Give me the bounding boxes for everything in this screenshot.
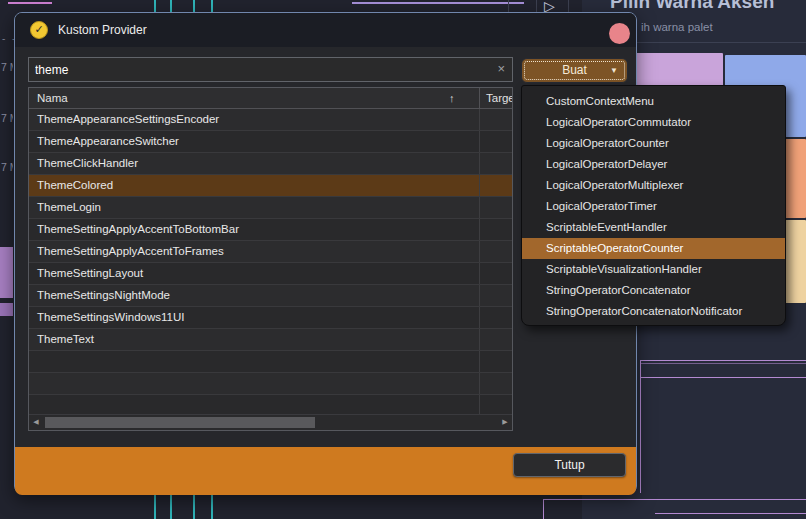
chevron-down-icon: ▼ [610,59,618,82]
row-target-cell [479,351,512,372]
create-button[interactable]: Buat ▼ [521,58,628,83]
menu-item[interactable]: ScriptableOperatorCounter [522,238,785,259]
timeline-marker [154,0,156,12]
table-row[interactable]: ThemeSettingApplyAccentToFrames [29,241,512,263]
row-name-cell: ThemeLogin [29,197,479,218]
provider-table: Nama ↑ Target ThemeAppearanceSettingsEnc… [28,87,513,431]
row-name-cell: ThemeSettingsNightMode [29,285,479,306]
row-name-cell [29,373,479,394]
table-row[interactable]: ThemeSettingApplyAccentToBottomBar [29,219,512,241]
menu-item[interactable]: LogicalOperatorMultiplexer [522,175,785,196]
menu-item[interactable]: LogicalOperatorCounter [522,133,785,154]
table-header: Nama ↑ Target [29,88,512,109]
accent-heading: Pilih Warna Aksen [610,0,806,13]
panel-divider [637,42,806,43]
row-name-cell [29,395,479,415]
row-target-cell [479,175,512,196]
scroll-right-icon[interactable]: ▶ [498,415,512,429]
tutup-button[interactable]: Tutup [513,453,626,477]
track-segment-purple [352,2,524,4]
table-row[interactable]: ThemeSettingsWindows11UI [29,307,512,329]
row-target-cell [479,307,512,328]
timeline-marker [193,494,195,519]
row-name-cell: ThemeSettingsWindows11UI [29,307,479,328]
scrollbar-thumb[interactable] [45,417,315,428]
create-button-label: Buat [562,63,587,77]
panel-outline-line [655,513,806,514]
column-header-target[interactable]: Target [479,88,512,108]
track-segment-pink [8,2,52,4]
table-row[interactable]: ThemeLogin [29,197,512,219]
table-body: ThemeAppearanceSettingsEncoderThemeAppea… [29,109,512,415]
row-name-cell: ThemeAppearanceSettingsEncoder [29,109,479,130]
track-label: 7 M [1,161,13,173]
timeline-marker [211,494,213,519]
menu-item[interactable]: CustomContextMenu [522,91,785,112]
row-target-cell [479,109,512,130]
row-target-cell [479,219,512,240]
menu-item[interactable]: LogicalOperatorTimer [522,196,785,217]
app-logo-icon: ✓ [30,21,48,39]
row-name-cell [29,351,479,372]
sort-ascending-icon: ↑ [449,88,455,108]
panel-outline-line [640,363,806,364]
row-target-cell [479,153,512,174]
menu-item[interactable]: ScriptableVisualizationHandler [522,259,785,280]
palette-subtitle: ih warna palet [641,21,713,33]
horizontal-scrollbar[interactable]: ◀ ▶ [29,414,512,430]
track-clip-purple [0,303,13,316]
clear-search-icon[interactable]: × [497,61,505,76]
panel-outline-line [640,377,806,378]
track-label: 7 M [1,61,13,73]
menu-item[interactable]: LogicalOperatorDelayer [522,154,785,175]
row-target-cell [479,395,512,415]
table-row[interactable]: ThemeText [29,329,512,351]
menu-item[interactable]: StringOperatorConcatenator [522,280,785,301]
table-row[interactable]: ThemeAppearanceSwitcher [29,131,512,153]
row-target-cell [479,131,512,152]
search-input[interactable] [28,57,513,82]
table-row[interactable]: ThemeAppearanceSettingsEncoder [29,109,512,131]
row-name-cell: ThemeColored [29,175,479,196]
row-target-cell [479,329,512,350]
menu-item[interactable]: StringOperatorConcatenatorNotificator [522,301,785,322]
table-row[interactable]: ThemeClickHandler [29,153,512,175]
timeline-marker [211,0,213,12]
app-background: Pilih Warna Aksen ih warna palet ▷ - - 7… [0,0,806,519]
table-empty-row [29,351,512,373]
row-name-cell: ThemeAppearanceSwitcher [29,131,479,152]
row-name-cell: ThemeSettingApplyAccentToBottomBar [29,219,479,240]
row-name-cell: ThemeClickHandler [29,153,479,174]
titlebar[interactable]: ✓ Kustom Provider [15,13,636,47]
panel-outline-line [640,360,641,493]
timeline-marker [170,494,172,519]
row-name-cell: ThemeSettingLayout [29,263,479,284]
table-empty-row [29,373,512,395]
track-label: 7 M [1,112,13,124]
panel-outline-line [640,360,806,361]
row-target-cell [479,197,512,218]
create-dropdown-menu: CustomContextMenuLogicalOperatorCommutat… [521,85,786,326]
dialog-footer: Tutup [15,447,636,495]
menu-item[interactable]: ScriptableEventHandler [522,217,785,238]
track-clip-purple [0,247,13,298]
timeline-marker [154,494,156,519]
table-row[interactable]: ThemeSettingLayout [29,263,512,285]
table-row[interactable]: ThemeSettingsNightMode [29,285,512,307]
table-empty-row [29,395,512,415]
row-name-cell: ThemeText [29,329,479,350]
panel-outline-line [543,499,806,500]
table-row[interactable]: ThemeColored [29,175,512,197]
scroll-left-icon[interactable]: ◀ [29,415,43,429]
close-window-button[interactable] [609,23,630,44]
timeline-marker [170,0,172,12]
timeline-marker [193,0,195,12]
panel-outline-line [543,499,544,519]
row-name-cell: ThemeSettingApplyAccentToFrames [29,241,479,262]
row-target-cell [479,373,512,394]
menu-item[interactable]: LogicalOperatorCommutator [522,112,785,133]
window-title: Kustom Provider [58,23,147,37]
search-field-wrap: × [28,57,513,82]
row-target-cell [479,285,512,306]
column-header-nama[interactable]: Nama ↑ [29,88,479,108]
